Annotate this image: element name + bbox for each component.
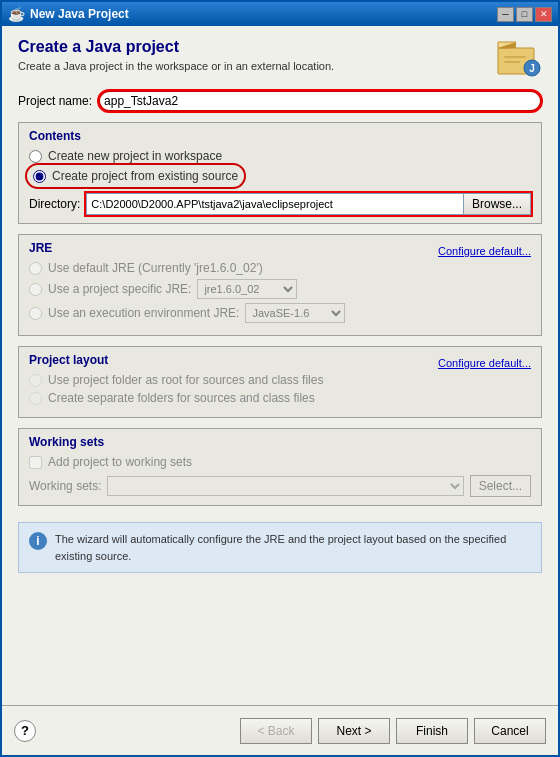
- svg-text:J: J: [529, 63, 535, 74]
- working-sets-title: Working sets: [29, 435, 531, 449]
- add-to-working-sets-label: Add project to working sets: [48, 455, 192, 469]
- header-section: Create a Java project Create a Java proj…: [18, 38, 542, 78]
- cancel-button[interactable]: Cancel: [474, 718, 546, 744]
- create-from-existing-label: Create project from existing source: [52, 169, 238, 183]
- directory-label: Directory:: [29, 197, 80, 211]
- jre-default-radio: [29, 262, 42, 275]
- content-area: Create a Java project Create a Java proj…: [2, 26, 558, 705]
- directory-row: Directory: Browse...: [29, 193, 531, 215]
- working-sets-select: [107, 476, 463, 496]
- title-bar: ☕ New Java Project ─ □ ✕: [2, 2, 558, 26]
- close-button[interactable]: ✕: [535, 7, 552, 22]
- project-layout-section: Project layout Configure default... Use …: [18, 346, 542, 418]
- jre-specific-select: jre1.6.0_02: [197, 279, 297, 299]
- jre-default-label: Use default JRE (Currently 'jre1.6.0_02'…: [48, 261, 263, 275]
- directory-input-wrap: Browse...: [86, 193, 531, 215]
- project-name-input[interactable]: [98, 90, 542, 112]
- jre-section: JRE Configure default... Use default JRE…: [18, 234, 542, 336]
- help-button[interactable]: ?: [14, 720, 36, 742]
- project-name-label: Project name:: [18, 94, 92, 108]
- working-sets-input-row: Working sets: Select...: [29, 475, 531, 497]
- layout-configure-link[interactable]: Configure default...: [438, 357, 531, 369]
- maximize-button[interactable]: □: [516, 7, 533, 22]
- create-from-existing-row: Create project from existing source: [29, 167, 242, 185]
- jre-env-row: Use an execution environment JRE: JavaSE…: [29, 303, 531, 323]
- layout-root-radio: [29, 374, 42, 387]
- window-title: New Java Project: [30, 7, 129, 21]
- info-icon: i: [29, 532, 47, 550]
- bottom-buttons: < Back Next > Finish Cancel: [240, 718, 546, 744]
- project-layout-title: Project layout: [29, 353, 108, 367]
- create-new-project-label: Create new project in workspace: [48, 149, 222, 163]
- jre-env-label: Use an execution environment JRE:: [48, 306, 239, 320]
- jre-env-select: JavaSE-1.6: [245, 303, 345, 323]
- finish-button[interactable]: Finish: [396, 718, 468, 744]
- jre-default-row: Use default JRE (Currently 'jre1.6.0_02'…: [29, 261, 531, 275]
- info-box: i The wizard will automatically configur…: [18, 522, 542, 573]
- create-new-project-radio[interactable]: [29, 150, 42, 163]
- page-title: Create a Java project: [18, 38, 334, 56]
- project-name-row: Project name:: [18, 90, 542, 112]
- directory-input[interactable]: [86, 193, 463, 215]
- bottom-left: ?: [14, 720, 36, 742]
- layout-root-row: Use project folder as root for sources a…: [29, 373, 531, 387]
- title-bar-left: ☕ New Java Project: [8, 6, 129, 22]
- layout-root-label: Use project folder as root for sources a…: [48, 373, 323, 387]
- minimize-button[interactable]: ─: [497, 7, 514, 22]
- jre-title: JRE: [29, 241, 52, 255]
- new-java-project-window: ☕ New Java Project ─ □ ✕ Create a Java p…: [0, 0, 560, 757]
- svg-rect-4: [504, 61, 520, 63]
- jre-env-radio: [29, 307, 42, 320]
- browse-button[interactable]: Browse...: [463, 193, 531, 215]
- jre-specific-radio: [29, 283, 42, 296]
- working-sets-section: Working sets Add project to working sets…: [18, 428, 542, 506]
- title-bar-buttons: ─ □ ✕: [497, 7, 552, 22]
- window-icon: ☕: [8, 6, 25, 22]
- jre-configure-link[interactable]: Configure default...: [438, 245, 531, 257]
- layout-separate-row: Create separate folders for sources and …: [29, 391, 531, 405]
- add-to-working-sets-checkbox[interactable]: [29, 456, 42, 469]
- contents-section: Contents Create new project in workspace…: [18, 122, 542, 224]
- header-text: Create a Java project Create a Java proj…: [18, 38, 334, 72]
- jre-specific-row: Use a project specific JRE: jre1.6.0_02: [29, 279, 531, 299]
- svg-rect-3: [504, 56, 526, 58]
- working-sets-label: Working sets:: [29, 479, 101, 493]
- info-message: The wizard will automatically configure …: [55, 531, 531, 564]
- layout-separate-label: Create separate folders for sources and …: [48, 391, 315, 405]
- jre-specific-label: Use a project specific JRE:: [48, 282, 191, 296]
- add-to-working-sets-row: Add project to working sets: [29, 455, 531, 469]
- layout-separate-radio: [29, 392, 42, 405]
- back-button[interactable]: < Back: [240, 718, 312, 744]
- create-new-project-row: Create new project in workspace: [29, 149, 531, 163]
- page-subtitle: Create a Java project in the workspace o…: [18, 60, 334, 72]
- java-project-icon: J: [494, 38, 542, 78]
- next-button[interactable]: Next >: [318, 718, 390, 744]
- contents-title: Contents: [29, 129, 531, 143]
- working-sets-select-button: Select...: [470, 475, 531, 497]
- create-from-existing-radio[interactable]: [33, 170, 46, 183]
- bottom-bar: ? < Back Next > Finish Cancel: [2, 705, 558, 755]
